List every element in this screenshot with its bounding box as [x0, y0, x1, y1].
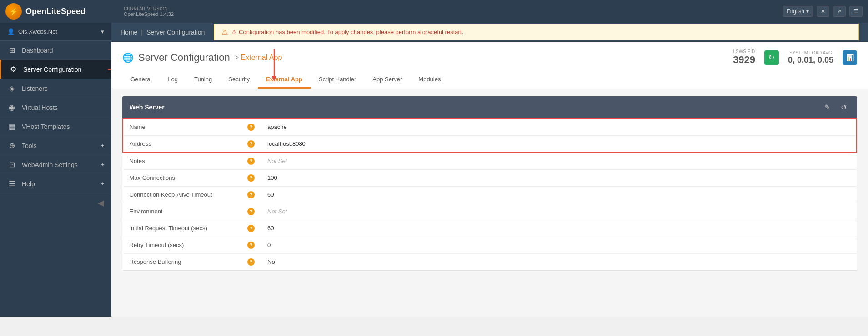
page-title-area: 🌐 Server Configuration > External App — [111, 42, 868, 89]
field-help[interactable]: ? — [241, 203, 261, 220]
sidebar-item-vhost-templates[interactable]: ▤ VHost Templates — [0, 117, 111, 136]
help-expand-icon: + — [101, 181, 104, 187]
alert-banner: ⚠ ⚠ Configuration has been modified. To … — [214, 24, 859, 40]
field-help[interactable]: ? — [241, 119, 261, 136]
help-icon: ☰ — [7, 179, 16, 188]
table-row: Max Connections ? 100 — [123, 170, 857, 187]
table-row: Retry Timeout (secs) ? 0 — [123, 237, 857, 254]
tab-script-handler[interactable]: Script Handler — [311, 71, 364, 89]
tools-expand-icon: + — [101, 143, 104, 149]
tab-tuning[interactable]: Tuning — [186, 71, 220, 89]
restart-button[interactable]: ↻ — [764, 50, 779, 65]
edit-button[interactable]: ✎ — [821, 101, 833, 114]
breadcrumb: Home | Server Configuration — [120, 29, 205, 36]
undo-button[interactable]: ↺ — [837, 101, 850, 114]
external-link-button[interactable]: ⇗ — [833, 6, 846, 17]
language-selector[interactable]: English ▾ — [783, 6, 813, 17]
webadmin-icon: ⊡ — [7, 160, 16, 169]
table-row: Environment ? Not Set — [123, 203, 857, 220]
menu-button[interactable]: ☰ — [849, 6, 863, 17]
field-name: Name — [123, 119, 241, 136]
table-row: Notes ? Not Set — [123, 153, 857, 170]
field-value: localhost:8080 — [261, 136, 857, 153]
field-value: apache — [261, 119, 857, 136]
version-info: CURRENT VERSION: OpenLiteSpeed 1.4.32 — [124, 6, 174, 17]
sidebar-item-tools[interactable]: ⊕ Tools + — [0, 136, 111, 155]
section-header: Web Server ✎ ↺ — [122, 96, 857, 118]
sidebar: 👤 Ols.Xwebs.Net ▾ ⊞ Dashboard ⚙ Server C… — [0, 23, 111, 317]
system-info: LSWS PID 3929 ↻ SYSTEM LOAD AVG 0, 0.01,… — [733, 49, 857, 66]
breadcrumb-current: Server Configuration — [146, 29, 205, 36]
tabs: General Log Tuning Security External App… — [122, 71, 857, 89]
sidebar-collapse[interactable]: ◀ — [0, 193, 111, 212]
field-name: Environment — [123, 203, 241, 220]
server-config-icon: ⚙ — [9, 65, 18, 74]
virtual-hosts-icon: ◉ — [7, 103, 16, 112]
field-name: Max Connections — [123, 170, 241, 187]
tab-app-server[interactable]: App Server — [364, 71, 410, 89]
table-row: Address ? localhost:8080 — [123, 136, 857, 153]
sidebar-arrow-indicator — [108, 66, 111, 73]
section-header-actions: ✎ ↺ — [821, 101, 850, 114]
sidebar-user[interactable]: 👤 Ols.Xwebs.Net ▾ — [0, 23, 111, 41]
globe-icon: 🌐 — [122, 52, 134, 63]
field-name: Initial Request Timeout (secs) — [123, 220, 241, 237]
sidebar-item-server-configuration[interactable]: ⚙ Server Configuration — [0, 60, 111, 79]
sidebar-item-virtual-hosts[interactable]: ◉ Virtual Hosts — [0, 98, 111, 117]
field-value: No — [261, 254, 857, 271]
sidebar-item-webadmin-settings[interactable]: ⊡ WebAdmin Settings + — [0, 155, 111, 174]
content-area: Web Server ✎ ↺ Name ? apache Address ? l… — [111, 89, 868, 278]
table-row: Name ? apache — [123, 119, 857, 136]
field-help[interactable]: ? — [241, 136, 261, 153]
field-name: Response Buffering — [123, 254, 241, 271]
tab-external-app[interactable]: External App — [258, 71, 311, 89]
page-breadcrumb-path: > External App — [235, 54, 282, 62]
dashboard-icon: ⊞ — [7, 46, 16, 54]
main-content: Home | Server Configuration ⚠ ⚠ Configur… — [111, 23, 868, 317]
config-table: Name ? apache Address ? localhost:8080 N… — [122, 118, 857, 271]
user-icon: 👤 — [7, 28, 15, 35]
field-help[interactable]: ? — [241, 237, 261, 254]
table-row: Connection Keep-Alive Timeout ? 60 — [123, 187, 857, 203]
field-value: 100 — [261, 170, 857, 187]
chart-button[interactable]: 📊 — [843, 50, 857, 65]
sidebar-item-listeners[interactable]: ◈ Listeners — [0, 79, 111, 98]
field-value: 60 — [261, 187, 857, 203]
field-value: Not Set — [261, 203, 857, 220]
breadcrumb-separator: | — [141, 29, 143, 36]
field-help[interactable]: ? — [241, 170, 261, 187]
collapse-icon: ◀ — [98, 198, 104, 208]
alert-icon: ⚠ — [221, 28, 228, 36]
user-dropdown-icon: ▾ — [101, 28, 104, 35]
webadmin-expand-icon: + — [101, 162, 104, 168]
field-help[interactable]: ? — [241, 220, 261, 237]
field-value: 0 — [261, 237, 857, 254]
close-button[interactable]: ✕ — [817, 6, 829, 17]
tab-general[interactable]: General — [122, 71, 160, 89]
logo-icon: ⚡ — [5, 3, 22, 20]
table-row: Response Buffering ? No — [123, 254, 857, 271]
page-title: 🌐 Server Configuration > External App — [122, 52, 282, 64]
sidebar-item-help[interactable]: ☰ Help + — [0, 174, 111, 193]
field-value: Not Set — [261, 153, 857, 170]
listeners-icon: ◈ — [7, 84, 16, 93]
sidebar-item-dashboard[interactable]: ⊞ Dashboard — [0, 41, 111, 60]
field-name: Connection Keep-Alive Timeout — [123, 187, 241, 203]
logo-text: OpenLiteSpeed — [25, 7, 85, 16]
field-value: 60 — [261, 220, 857, 237]
field-name: Retry Timeout (secs) — [123, 237, 241, 254]
vhost-templates-icon: ▤ — [7, 122, 16, 131]
breadcrumb-home[interactable]: Home — [120, 29, 137, 36]
field-name: Notes — [123, 153, 241, 170]
field-help[interactable]: ? — [241, 254, 261, 271]
tab-log[interactable]: Log — [160, 71, 186, 89]
field-help[interactable]: ? — [241, 153, 261, 170]
field-help[interactable]: ? — [241, 187, 261, 203]
tab-modules[interactable]: Modules — [410, 71, 449, 89]
tab-security[interactable]: Security — [220, 71, 258, 89]
table-row: Initial Request Timeout (secs) ? 60 — [123, 220, 857, 237]
lsws-pid-stat: LSWS PID 3929 — [733, 49, 755, 66]
tools-icon: ⊕ — [7, 141, 16, 150]
system-load-stat: SYSTEM LOAD AVG 0, 0.01, 0.05 — [788, 50, 833, 65]
field-name: Address — [123, 136, 241, 153]
